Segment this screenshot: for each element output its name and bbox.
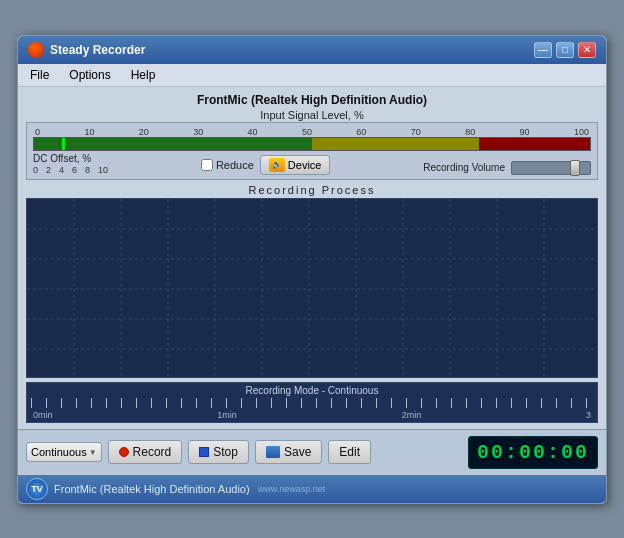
edit-button[interactable]: Edit (328, 440, 371, 464)
menu-file[interactable]: File (24, 66, 55, 84)
mode-dropdown[interactable]: Continuous ▼ (26, 442, 102, 462)
input-level-meter (33, 137, 591, 151)
record-btn-label: Record (133, 445, 172, 459)
time-ruler: 0min 1min 2min 3 (31, 410, 593, 420)
device-name: FrontMic (Realtek High Definition Audio) (26, 93, 598, 107)
save-button[interactable]: Save (255, 440, 322, 464)
edit-btn-label: Edit (339, 445, 360, 459)
main-ruler: 0 10 20 30 40 50 60 70 80 90 100 (33, 127, 591, 137)
time-2: 2min (402, 410, 422, 420)
save-icon (266, 446, 280, 458)
menu-help[interactable]: Help (125, 66, 162, 84)
dc-offset-label: DC Offset, % (33, 153, 108, 164)
stop-icon (199, 447, 209, 457)
recording-mode-bar: Recording Mode - Continuous 0min 1min 2m… (26, 382, 598, 423)
record-dot-icon (119, 447, 129, 457)
dropdown-arrow-icon: ▼ (89, 448, 97, 457)
time-display: 00:00:00 (468, 436, 598, 469)
meter-controls-row: DC Offset, % 0 2 4 6 8 10 Reduce (33, 153, 591, 175)
main-content: FrontMic (Realtek High Definition Audio)… (18, 87, 606, 429)
status-device-text: FrontMic (Realtek High Definition Audio) (54, 483, 250, 495)
stop-button[interactable]: Stop (188, 440, 249, 464)
device-btn-label: Device (288, 159, 322, 171)
menu-bar: File Options Help (18, 64, 606, 87)
status-logo: TV (26, 478, 48, 500)
time-0: 0min (33, 410, 53, 420)
volume-label: Recording Volume (423, 162, 505, 173)
meter-section: 0 10 20 30 40 50 60 70 80 90 100 DC Offs… (26, 122, 598, 180)
record-button[interactable]: Record (108, 440, 183, 464)
time-1: 1min (217, 410, 237, 420)
main-window: Steady Recorder — □ ✕ File Options Help … (17, 35, 607, 504)
dc-offset-section: DC Offset, % 0 2 4 6 8 10 (33, 153, 108, 175)
mode-dropdown-label: Continuous (31, 446, 87, 458)
reduce-label: Reduce (216, 159, 254, 171)
volume-slider[interactable] (511, 161, 591, 175)
recording-mode-label: Recording Mode - Continuous (31, 385, 593, 396)
window-title: Steady Recorder (50, 43, 145, 57)
app-icon (28, 42, 44, 58)
waveform-display (26, 198, 598, 378)
volume-row: Recording Volume (423, 161, 591, 175)
recording-process-label: Recording Process (26, 184, 598, 196)
stop-btn-label: Stop (213, 445, 238, 459)
save-btn-label: Save (284, 445, 311, 459)
minimize-button[interactable]: — (534, 42, 552, 58)
signal-label: Input Signal Level, % (26, 109, 598, 121)
close-button[interactable]: ✕ (578, 42, 596, 58)
waveform-grid (27, 199, 597, 377)
maximize-button[interactable]: □ (556, 42, 574, 58)
title-controls: — □ ✕ (534, 42, 596, 58)
meter-middle-controls: Reduce 🔊 Device (201, 155, 331, 175)
meter-needle (62, 138, 65, 150)
reduce-checkbox-label[interactable]: Reduce (201, 159, 254, 171)
title-bar-left: Steady Recorder (28, 42, 145, 58)
menu-options[interactable]: Options (63, 66, 116, 84)
status-bar: TV FrontMic (Realtek High Definition Aud… (18, 475, 606, 503)
dc-ruler: 0 2 4 6 8 10 (33, 165, 108, 175)
device-button[interactable]: 🔊 Device (260, 155, 331, 175)
time-tick-marks (31, 398, 593, 408)
watermark-text: www.newasp.net (258, 484, 326, 494)
title-bar: Steady Recorder — □ ✕ (18, 36, 606, 64)
time-3: 3 (586, 410, 591, 420)
reduce-checkbox[interactable] (201, 159, 213, 171)
controls-bar: Continuous ▼ Record Stop Save Edit 00:00… (18, 429, 606, 475)
device-icon: 🔊 (269, 158, 285, 172)
